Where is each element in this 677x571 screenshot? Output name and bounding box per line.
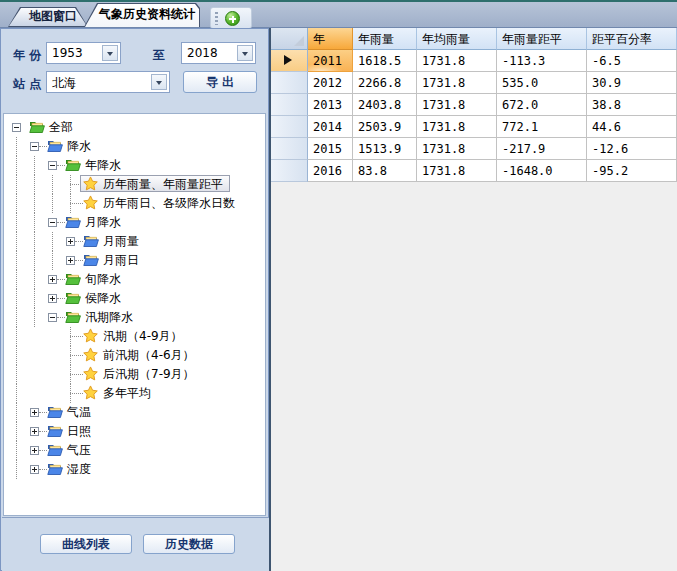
dropdown-arrow-icon[interactable]: [151, 74, 167, 90]
grid-row-header-current[interactable]: [271, 50, 308, 72]
tab-map-window[interactable]: 地图窗口: [8, 7, 88, 27]
grid-cell[interactable]: 1731.8: [417, 50, 497, 72]
year-to-select[interactable]: 2018: [181, 42, 256, 64]
folder-blue-icon: [47, 138, 63, 154]
grid-row-header[interactable]: [271, 160, 308, 182]
grid-cell[interactable]: 672.0: [497, 94, 587, 116]
tree-item[interactable]: 侯降水: [4, 289, 265, 308]
tree-item[interactable]: 月降水: [4, 213, 265, 232]
grid-row-header[interactable]: [271, 116, 308, 138]
dropdown-arrow-icon[interactable]: [237, 45, 253, 61]
tree-item[interactable]: 历年雨日、各级降水日数: [4, 194, 265, 213]
grid-cell[interactable]: 1618.5: [353, 50, 417, 72]
grid-cell[interactable]: 2014: [308, 116, 353, 138]
grid-cell[interactable]: 2013: [308, 94, 353, 116]
year-from-select[interactable]: 1953: [46, 42, 121, 64]
grid-cell[interactable]: 83.8: [353, 160, 417, 182]
tree-guide-line: [16, 232, 17, 251]
grid-cell[interactable]: 1731.8: [417, 116, 497, 138]
tree-item[interactable]: 前汛期（4-6月）: [4, 346, 265, 365]
grid-cell[interactable]: -113.3: [497, 50, 587, 72]
grid-cell[interactable]: 2403.8: [353, 94, 417, 116]
grid-cell[interactable]: 2012: [308, 72, 353, 94]
table-row: 20132403.81731.8672.038.8: [271, 94, 677, 116]
grid-cell[interactable]: 1731.8: [417, 138, 497, 160]
tree-guide-line: [16, 194, 17, 213]
tree-item[interactable]: 月雨量: [4, 232, 265, 251]
expand-plus-icon[interactable]: [66, 256, 75, 265]
collapse-minus-icon[interactable]: [48, 161, 57, 170]
grid-cell[interactable]: 38.8: [587, 94, 677, 116]
tree-item[interactable]: 气压: [4, 441, 265, 460]
tree-item[interactable]: 汛期（4-9月）: [4, 327, 265, 346]
grid-cell[interactable]: 1513.9: [353, 138, 417, 160]
tree-connector-line: [39, 412, 47, 413]
grid-cell[interactable]: 44.6: [587, 116, 677, 138]
expand-plus-icon[interactable]: [30, 408, 39, 417]
expand-plus-icon[interactable]: [66, 237, 75, 246]
grid-cell[interactable]: 2011: [308, 50, 353, 72]
grid-cell[interactable]: 1731.8: [417, 94, 497, 116]
expand-plus-icon[interactable]: [48, 294, 57, 303]
tree-item-label: 全部: [49, 118, 73, 136]
tree-item[interactable]: 旬降水: [4, 270, 265, 289]
expand-plus-icon[interactable]: [30, 427, 39, 436]
dropdown-arrow-icon[interactable]: [102, 45, 118, 61]
grid-row-header[interactable]: [271, 138, 308, 160]
grid-cell[interactable]: -217.9: [497, 138, 587, 160]
folder-blue-icon: [83, 233, 99, 249]
collapse-minus-icon[interactable]: [12, 123, 21, 132]
tree-item[interactable]: 日照: [4, 422, 265, 441]
expand-plus-icon[interactable]: [30, 446, 39, 455]
station-select[interactable]: 北海: [46, 71, 170, 93]
tree-connector-line: [75, 241, 83, 242]
grid-cell[interactable]: 772.1: [497, 116, 587, 138]
collapse-minus-icon[interactable]: [48, 218, 57, 227]
star-icon: [83, 385, 99, 401]
grid-cell[interactable]: -12.6: [587, 138, 677, 160]
collapse-minus-icon[interactable]: [48, 313, 57, 322]
tree-item[interactable]: 降水: [4, 137, 265, 156]
tree-guide-line: [34, 213, 35, 232]
tree-item[interactable]: 湿度: [4, 460, 265, 479]
grid-cell[interactable]: 1731.8: [417, 72, 497, 94]
grid-cell[interactable]: -95.2: [587, 160, 677, 182]
tab-weather-history-stats[interactable]: 气象历史资料统计: [84, 3, 200, 27]
grid-cell[interactable]: 2503.9: [353, 116, 417, 138]
grid-column-header[interactable]: 年雨量: [353, 28, 417, 50]
grid-select-all[interactable]: [271, 28, 308, 50]
grip-handle-icon: [215, 12, 218, 25]
tree-item[interactable]: 月雨日: [4, 251, 265, 270]
tree-item[interactable]: 汛期降水: [4, 308, 265, 327]
grid-row-header[interactable]: [271, 94, 308, 116]
grid-cell[interactable]: 2016: [308, 160, 353, 182]
grid-cell[interactable]: 2266.8: [353, 72, 417, 94]
grid-column-header[interactable]: 年均雨量: [417, 28, 497, 50]
expand-plus-icon[interactable]: [30, 465, 39, 474]
collapse-minus-icon[interactable]: [30, 142, 39, 151]
curve-list-button[interactable]: 曲线列表: [40, 534, 132, 554]
tree-guide-line: [52, 194, 53, 213]
tree-item[interactable]: 年降水: [4, 156, 265, 175]
tree-item[interactable]: 历年雨量、年雨量距平: [4, 175, 265, 194]
tree-item[interactable]: 全部: [4, 118, 265, 137]
grid-cell[interactable]: 2015: [308, 138, 353, 160]
expand-plus-icon[interactable]: [48, 275, 57, 284]
grid-row-header[interactable]: [271, 72, 308, 94]
tree-item[interactable]: 气温: [4, 403, 265, 422]
grid-cell[interactable]: 1731.8: [417, 160, 497, 182]
tree-item[interactable]: 多年平均: [4, 384, 265, 403]
grid-cell[interactable]: 30.9: [587, 72, 677, 94]
tree-item[interactable]: 后汛期（7-9月）: [4, 365, 265, 384]
grid-column-header[interactable]: 年: [308, 28, 353, 50]
grid-column-header[interactable]: 年雨量距平: [497, 28, 587, 50]
grid-cell[interactable]: -1648.0: [497, 160, 587, 182]
footer-panel: 曲线列表 历史数据: [2, 517, 269, 571]
tree-guide-line: [16, 213, 17, 232]
export-button[interactable]: 导 出: [183, 71, 257, 93]
history-data-button[interactable]: 历史数据: [143, 534, 235, 554]
add-tab-button[interactable]: [210, 7, 252, 29]
grid-cell[interactable]: 535.0: [497, 72, 587, 94]
grid-column-header[interactable]: 距平百分率: [587, 28, 677, 50]
grid-cell[interactable]: -6.5: [587, 50, 677, 72]
